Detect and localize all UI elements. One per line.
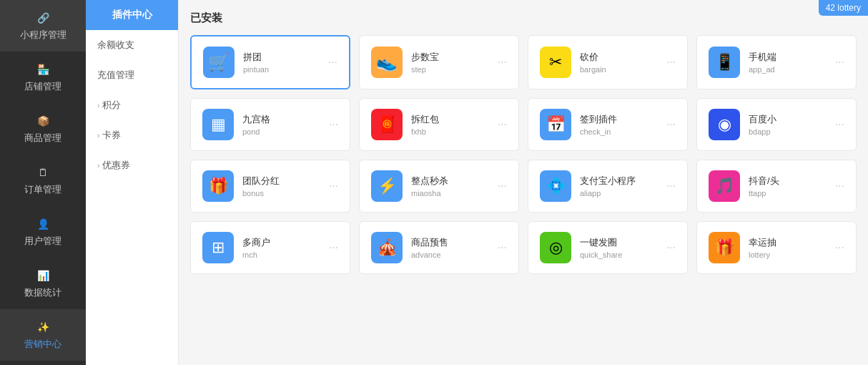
plugin-name-aliapp: 支付宝小程序 <box>580 175 658 188</box>
plugin-info-ttapp: 抖音/头 ttapp <box>749 175 827 198</box>
plugin-card-fxhb[interactable]: 🧧 拆红包 fxhb ··· <box>359 98 519 151</box>
section-title: 已安装 <box>190 11 857 25</box>
sub-sidebar-item-balance[interactable]: 余额收支 <box>86 30 178 60</box>
plugin-card-advance[interactable]: 🎪 商品预售 advance ··· <box>359 221 519 274</box>
sub-sidebar-label-balance: 余额收支 <box>97 39 134 52</box>
plugin-icon-quickshare: ◎ <box>540 232 571 263</box>
plugin-name-bdapp: 百度小 <box>749 113 827 126</box>
plugin-info-appad: 手机端 app_ad <box>749 51 827 74</box>
plugin-code-bdapp: bdapp <box>749 127 827 136</box>
plugin-more-pintuan[interactable]: ··· <box>328 56 337 69</box>
plugin-name-checkin: 签到插件 <box>580 113 658 126</box>
plugin-more-bargain[interactable]: ··· <box>666 56 676 69</box>
plugin-info-lottery: 幸运抽 lottery <box>749 236 827 259</box>
plugin-more-miaosha[interactable]: ··· <box>498 180 507 193</box>
plugin-info-advance: 商品预售 advance <box>411 236 489 259</box>
sub-sidebar-item-recharge[interactable]: 充值管理 <box>86 60 178 90</box>
plugin-code-step: step <box>411 65 489 74</box>
plugin-more-step[interactable]: ··· <box>498 56 507 69</box>
plugin-name-bonus: 团队分红 <box>242 175 320 188</box>
sub-sidebar-header: 插件中心 <box>86 0 178 30</box>
plugin-more-appad[interactable]: ··· <box>835 56 844 69</box>
sidebar-item-user[interactable]: 👤 用户管理 <box>0 206 86 258</box>
sidebar-item-settings[interactable]: ⚙ 设置 <box>0 361 86 365</box>
plugin-card-appad[interactable]: 📱 手机端 app_ad ··· <box>696 35 857 89</box>
plugin-name-miaosha: 整点秒杀 <box>411 175 489 188</box>
plugin-more-fxhb[interactable]: ··· <box>498 118 507 131</box>
sidebar-item-goods[interactable]: 📦 商品管理 <box>0 103 86 155</box>
plugin-more-pond[interactable]: ··· <box>329 118 338 131</box>
plugin-more-quickshare[interactable]: ··· <box>666 241 676 254</box>
plugin-card-ttapp[interactable]: 🎵 抖音/头 ttapp ··· <box>696 160 857 213</box>
plugin-icon-bdapp: ◉ <box>709 109 740 140</box>
sub-sidebar-label-recharge: 充值管理 <box>97 69 134 82</box>
plugin-card-lottery[interactable]: 🎁 幸运抽 lottery ··· <box>696 221 857 274</box>
plugin-code-appad: app_ad <box>749 65 827 74</box>
sub-sidebar-item-points[interactable]: › 积分 <box>86 90 178 120</box>
top-right-button[interactable]: 42 lottery <box>819 0 868 16</box>
plugin-card-miaosha[interactable]: ⚡ 整点秒杀 miaosha ··· <box>359 160 519 213</box>
plugin-more-aliapp[interactable]: ··· <box>666 180 676 193</box>
plugin-code-mch: mch <box>242 250 320 259</box>
plugin-card-quickshare[interactable]: ◎ 一键发圈 quick_share ··· <box>528 221 688 274</box>
plugin-info-pond: 九宫格 pond <box>242 113 320 136</box>
plugin-code-pintuan: pintuan <box>243 65 320 74</box>
sidebar-item-order[interactable]: 🗒 订单管理 <box>0 155 86 206</box>
sidebar-item-stats[interactable]: 📊 数据统计 <box>0 258 86 309</box>
plugin-more-ttapp[interactable]: ··· <box>835 180 844 193</box>
plugin-grid: 🛒 拼团 pintuan ··· 👟 步数宝 step ··· ✂ 砍价 bar… <box>190 35 857 274</box>
sidebar-item-store[interactable]: 🏪 店铺管理 <box>0 52 86 103</box>
sidebar-item-marketing[interactable]: ✨ 营销中心 <box>0 309 86 361</box>
plugin-name-advance: 商品预售 <box>411 236 489 249</box>
sidebar-label-stats: 数据统计 <box>24 286 61 299</box>
plugin-more-bonus[interactable]: ··· <box>329 180 338 193</box>
store-icon: 🏪 <box>35 62 51 77</box>
plugin-more-bdapp[interactable]: ··· <box>835 118 844 131</box>
sub-sidebar-label-coupon: 优惠券 <box>102 159 130 172</box>
plugin-card-pond[interactable]: ▦ 九宫格 pond ··· <box>190 98 350 151</box>
plugin-card-step[interactable]: 👟 步数宝 step ··· <box>359 35 519 89</box>
plugin-name-bargain: 砍价 <box>580 51 658 64</box>
chevron-icon-coupon: › <box>97 162 99 170</box>
order-icon: 🗒 <box>35 165 51 180</box>
plugin-info-miaosha: 整点秒杀 miaosha <box>411 175 489 198</box>
plugin-card-pintuan[interactable]: 🛒 拼团 pintuan ··· <box>190 35 350 89</box>
plugin-card-bargain[interactable]: ✂ 砍价 bargain ··· <box>528 35 688 89</box>
plugin-code-miaosha: miaosha <box>411 189 489 198</box>
plugin-icon-pond: ▦ <box>202 109 234 140</box>
sub-sidebar: 插件中心 余额收支 充值管理 › 积分 › 卡券 › 优惠券 <box>86 0 179 365</box>
plugin-info-fxhb: 拆红包 fxhb <box>411 113 489 136</box>
sidebar-label-miniprogram: 小程序管理 <box>20 29 66 42</box>
plugin-more-checkin[interactable]: ··· <box>666 118 676 131</box>
plugin-card-checkin[interactable]: 📅 签到插件 check_in ··· <box>528 98 688 151</box>
miniprogram-icon: 🔗 <box>35 10 51 26</box>
plugin-card-aliapp[interactable]: 💠 支付宝小程序 aliapp ··· <box>528 160 688 213</box>
plugin-code-bargain: bargain <box>580 65 658 74</box>
sub-sidebar-item-coupon[interactable]: › 优惠券 <box>86 150 178 180</box>
plugin-card-bdapp[interactable]: ◉ 百度小 bdapp ··· <box>696 98 857 151</box>
plugin-icon-lottery: 🎁 <box>709 232 740 263</box>
plugin-more-mch[interactable]: ··· <box>329 241 338 254</box>
plugin-info-mch: 多商户 mch <box>242 236 320 259</box>
plugin-more-lottery[interactable]: ··· <box>835 241 844 254</box>
chevron-icon-card: › <box>97 132 99 140</box>
plugin-name-mch: 多商户 <box>242 236 320 249</box>
plugin-name-pond: 九宫格 <box>242 113 320 126</box>
plugin-card-mch[interactable]: ⊞ 多商户 mch ··· <box>190 221 350 274</box>
plugin-info-quickshare: 一键发圈 quick_share <box>580 236 658 259</box>
plugin-code-lottery: lottery <box>749 250 827 259</box>
plugin-icon-fxhb: 🧧 <box>371 109 403 140</box>
sidebar-label-goods: 商品管理 <box>24 132 61 145</box>
plugin-card-bonus[interactable]: 🎁 团队分红 bonus ··· <box>190 160 350 213</box>
user-icon: 👤 <box>35 216 51 232</box>
plugin-icon-step: 👟 <box>371 47 403 78</box>
sub-sidebar-item-card[interactable]: › 卡券 <box>86 120 178 150</box>
plugin-code-ttapp: ttapp <box>749 189 827 198</box>
sidebar-item-miniprogram[interactable]: 🔗 小程序管理 <box>0 0 86 52</box>
plugin-more-advance[interactable]: ··· <box>498 241 507 254</box>
plugin-icon-checkin: 📅 <box>540 109 571 140</box>
main-content: 42 lottery 已安装 🛒 拼团 pintuan ··· 👟 步数宝 st… <box>179 0 868 365</box>
sidebar: 🔗 小程序管理 🏪 店铺管理 📦 商品管理 🗒 订单管理 👤 用户管理 📊 数据… <box>0 0 86 365</box>
plugin-icon-aliapp: 💠 <box>540 170 571 202</box>
plugin-info-bdapp: 百度小 bdapp <box>749 113 827 136</box>
